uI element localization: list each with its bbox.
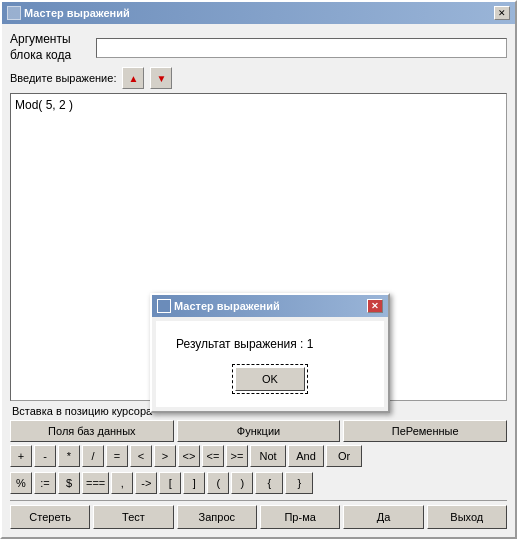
op-or[interactable]: Or bbox=[326, 445, 362, 467]
modal-icon bbox=[157, 299, 171, 313]
main-window-icon bbox=[7, 6, 21, 20]
footer-row: Стереть Тест Запрос Пр-ма Да Выход bbox=[10, 505, 507, 529]
modal-title: Мастер выражений bbox=[174, 300, 280, 312]
test-button[interactable]: Тест bbox=[93, 505, 173, 529]
arrow-up-button[interactable]: ▲ bbox=[122, 67, 144, 89]
exit-button[interactable]: Выход bbox=[427, 505, 507, 529]
modal-body: Результат выражения : 1 OK bbox=[156, 321, 384, 407]
operators-row-1: + - * / = < > <> <= >= Not And Or bbox=[10, 445, 507, 467]
close-button[interactable]: ✕ bbox=[494, 6, 510, 20]
db-fields-button[interactable]: Поля баз данных bbox=[10, 420, 174, 442]
modal-button-row: OK bbox=[176, 367, 364, 391]
expression-content: Mod( 5, 2 ) bbox=[15, 98, 73, 112]
op-minus[interactable]: - bbox=[34, 445, 56, 467]
op-greater[interactable]: > bbox=[154, 445, 176, 467]
op-arrow[interactable]: -> bbox=[135, 472, 157, 494]
args-label: Аргументы блока кода bbox=[10, 32, 90, 63]
main-window-title: Мастер выражений bbox=[24, 7, 130, 19]
op-gte[interactable]: >= bbox=[226, 445, 248, 467]
op-less[interactable]: < bbox=[130, 445, 152, 467]
op-bracket-open[interactable]: [ bbox=[159, 472, 181, 494]
op-lte[interactable]: <= bbox=[202, 445, 224, 467]
functions-button[interactable]: Функции bbox=[177, 420, 341, 442]
operators-row-2: % := $ === , -> [ ] ( ) { } bbox=[10, 472, 507, 494]
yes-button[interactable]: Да bbox=[343, 505, 423, 529]
op-paren-close[interactable]: ) bbox=[231, 472, 253, 494]
op-paren-open[interactable]: ( bbox=[207, 472, 229, 494]
op-neq[interactable]: <> bbox=[178, 445, 200, 467]
op-plus[interactable]: + bbox=[10, 445, 32, 467]
expr-label: Введите выражение: bbox=[10, 72, 116, 84]
args-row: Аргументы блока кода bbox=[10, 32, 507, 63]
main-window: Мастер выражений ✕ Аргументы блока кода … bbox=[0, 0, 517, 539]
op-equals[interactable]: = bbox=[106, 445, 128, 467]
op-comma[interactable]: , bbox=[111, 472, 133, 494]
main-buttons-row: Поля баз данных Функции ПеРеменные bbox=[10, 420, 507, 442]
bottom-section: Вставка в позицию курсора Поля баз данны… bbox=[10, 405, 507, 529]
op-percent[interactable]: % bbox=[10, 472, 32, 494]
clear-button[interactable]: Стереть bbox=[10, 505, 90, 529]
op-bracket-close[interactable]: ] bbox=[183, 472, 205, 494]
modal-title-bar: Мастер выражений ✕ bbox=[152, 295, 388, 317]
op-dollar[interactable]: $ bbox=[58, 472, 80, 494]
query-button[interactable]: Запрос bbox=[177, 505, 257, 529]
op-assign[interactable]: := bbox=[34, 472, 56, 494]
op-and[interactable]: And bbox=[288, 445, 324, 467]
program-button[interactable]: Пр-ма bbox=[260, 505, 340, 529]
op-divide[interactable]: / bbox=[82, 445, 104, 467]
modal-close-button[interactable]: ✕ bbox=[367, 299, 383, 313]
operators-section: + - * / = < > <> <= >= Not And Or % bbox=[10, 445, 507, 497]
expr-row: Введите выражение: ▲ ▼ bbox=[10, 67, 507, 89]
ok-button[interactable]: OK bbox=[235, 367, 305, 391]
op-brace-open[interactable]: { bbox=[255, 472, 283, 494]
arrow-down-button[interactable]: ▼ bbox=[150, 67, 172, 89]
op-triple-eq[interactable]: === bbox=[82, 472, 109, 494]
main-title-bar: Мастер выражений ✕ bbox=[2, 2, 515, 24]
divider bbox=[10, 500, 507, 501]
expression-wrapper: Mod( 5, 2 ) Мастер выражений ✕ Результат… bbox=[10, 93, 507, 401]
modal-dialog: Мастер выражений ✕ Результат выражения :… bbox=[150, 293, 390, 413]
variables-button[interactable]: ПеРеменные bbox=[343, 420, 507, 442]
op-multiply[interactable]: * bbox=[58, 445, 80, 467]
modal-result-text: Результат выражения : 1 bbox=[176, 337, 364, 351]
op-brace-close[interactable]: } bbox=[285, 472, 313, 494]
title-bar-controls: ✕ bbox=[494, 6, 510, 20]
op-not[interactable]: Not bbox=[250, 445, 286, 467]
args-input[interactable] bbox=[96, 38, 507, 58]
main-content: Аргументы блока кода Введите выражение: … bbox=[2, 24, 515, 537]
